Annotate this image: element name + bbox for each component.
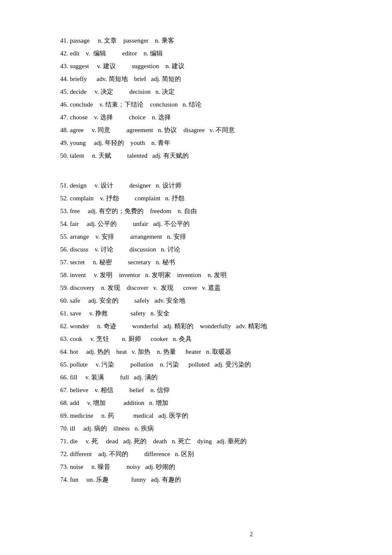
vocab-line: 52.complain v. 抒怨 complaint n. 抒怨 <box>55 192 337 205</box>
line-number: 54. <box>55 217 68 230</box>
line-number: 49. <box>55 136 68 149</box>
line-number: 55. <box>55 230 68 243</box>
line-number: 71. <box>55 435 68 448</box>
vocab-line: 50.talent n. 天赋 talented adj. 有天赋的 <box>55 149 337 162</box>
line-content: arrange v. 安排 arrangement n. 安排 <box>70 233 186 240</box>
vocab-line: 41.passage n. 文章 passenger n. 乘客 <box>55 34 337 47</box>
vocab-line: 49.young adj. 年轻的 youth n. 青年 <box>55 136 337 149</box>
line-content: believe v. 相信 belief n. 信仰 <box>70 387 170 393</box>
vocab-line: 64.hot adj. 热的 heat v. 加热 n. 热量 heater n… <box>55 345 337 358</box>
vocab-line: 60.safe adj. 安全的 safely adv. 安全地 <box>55 294 337 307</box>
vocab-line: 71.die v. 死 dead adj. 死的 death n. 死亡 dyi… <box>55 435 337 448</box>
vocab-line: 42.edit v. 编辑 editor n. 编辑 <box>55 47 337 60</box>
line-content: complain v. 抒怨 complaint n. 抒怨 <box>70 195 184 202</box>
vocab-line: 58.invent v. 发明 inventor n. 发明家 inventio… <box>55 269 337 281</box>
vocab-line: 69.medicine n. 药 medical adj. 医学的 <box>55 409 337 422</box>
vocab-line: 61.save v. 挣救 safety n. 安全 <box>55 307 337 320</box>
line-number: 42. <box>55 47 68 60</box>
vocab-line: 46.conclude v. 结束；下结论 conclusion n. 结论 <box>55 98 337 111</box>
line-number: 72. <box>55 448 68 460</box>
vocab-line: 67.believe v. 相信 belief n. 信仰 <box>55 384 337 396</box>
line-number: 50. <box>55 149 68 162</box>
line-number: 63. <box>55 332 68 345</box>
line-number: 74. <box>55 473 68 486</box>
line-number: 61. <box>55 307 68 320</box>
line-number: 56. <box>55 243 68 256</box>
line-content: save v. 挣救 safety n. 安全 <box>70 310 170 317</box>
vocab-line: 63.cook v. 烹饪 n. 厨师 cooker n. 灸具 <box>55 332 337 345</box>
line-content: hot adj. 热的 heat v. 加热 n. 热量 heater n. 取… <box>70 348 231 355</box>
line-number: 70. <box>55 422 68 435</box>
vocab-line: 45.decide v. 决定 decision n. 决定 <box>55 85 337 98</box>
vocab-line: 43.suggest v. 建议 suggestion n. 建议 <box>55 60 337 72</box>
page: 41.passage n. 文章 passenger n. 乘客42.edit … <box>0 0 392 537</box>
line-content: fun un. 乐趣 funny adj. 有趣的 <box>70 476 181 483</box>
vocab-section-1: 41.passage n. 文章 passenger n. 乘客42.edit … <box>55 34 337 162</box>
line-number: 46. <box>55 98 68 111</box>
line-content: secret n. 秘密 secretary n. 秘书 <box>70 259 175 266</box>
line-content: cook v. 烹饪 n. 厨师 cooker n. 灸具 <box>70 335 192 342</box>
line-number: 68. <box>55 396 68 409</box>
line-content: briefly adv. 简短地 brief adj. 简短的 <box>70 75 181 82</box>
line-content: decide v. 决定 decision n. 决定 <box>70 88 175 95</box>
line-content: wonder n. 奇迹 wonderful adj. 精彩的 wonderfu… <box>70 323 267 330</box>
line-content: discuss v. 讨论 discussion n. 讨论 <box>70 246 180 253</box>
vocab-line: 44.briefly adv. 简短地 brief adj. 简短的 <box>55 72 337 85</box>
vocab-line: 65.pollute v. 污染 pollution n. 污染 pollute… <box>55 358 337 371</box>
line-number: 47. <box>55 111 68 124</box>
line-number: 65. <box>55 358 68 371</box>
line-number: 64. <box>55 345 68 358</box>
vocab-line: 56.discuss v. 讨论 discussion n. 讨论 <box>55 243 337 256</box>
page-number: 2 <box>55 531 392 538</box>
line-content: suggest v. 建议 suggestion n. 建议 <box>70 63 184 69</box>
line-content: pollute v. 污染 pollution n. 污染 polluted a… <box>70 361 251 368</box>
vocab-section-2: 51.design v. 设计 designer n. 设计师52.compla… <box>55 179 337 486</box>
line-content: passage n. 文章 passenger n. 乘客 <box>70 37 174 44</box>
vocab-line: 68.add v. 增加 addition n. 增加 <box>55 396 337 409</box>
line-number: 60. <box>55 294 68 307</box>
line-number: 73. <box>55 460 68 473</box>
line-content: edit v. 编辑 editor n. 编辑 <box>70 50 163 57</box>
vocab-line: 73.noise n. 噪音 noisy adj. 吵闹的 <box>55 460 337 473</box>
line-content: ill adj. 病的 illness n. 疾病 <box>70 425 154 432</box>
line-content: medicine n. 药 medical adj. 医学的 <box>70 412 188 419</box>
line-content: choose v. 选择 choice n. 选择 <box>70 114 171 121</box>
vocab-line: 72.different adj. 不同的 difference n. 区别 <box>55 448 337 460</box>
vocab-line: 47.choose v. 选择 choice n. 选择 <box>55 111 337 124</box>
vocab-line: 51.design v. 设计 designer n. 设计师 <box>55 179 337 192</box>
line-content: noise n. 噪音 noisy adj. 吵闹的 <box>70 463 176 470</box>
line-content: fill v. 装满 full adj. 满的 <box>70 374 158 381</box>
line-content: die v. 死 dead adj. 死的 death n. 死亡 dying … <box>70 438 247 445</box>
line-content: agree v. 同意 agreement n. 协议 disagree v. … <box>70 127 235 133</box>
line-number: 43. <box>55 60 68 72</box>
line-number: 57. <box>55 256 68 269</box>
line-number: 48. <box>55 124 68 136</box>
line-content: safe adj. 安全的 safely adv. 安全地 <box>70 297 185 304</box>
line-content: fair adj. 公平的 unfair adj. 不公平的 <box>70 220 190 227</box>
line-number: 45. <box>55 85 68 98</box>
line-content: young adj. 年轻的 youth n. 青年 <box>70 139 170 146</box>
line-content: design v. 设计 designer n. 设计师 <box>70 182 182 189</box>
line-number: 66. <box>55 371 68 384</box>
line-content: talent n. 天赋 talented adj. 有天赋的 <box>70 152 189 159</box>
line-number: 62. <box>55 320 68 332</box>
vocab-line: 48.agree v. 同意 agreement n. 协议 disagree … <box>55 124 337 136</box>
line-number: 51. <box>55 179 68 192</box>
vocab-line: 54.fair adj. 公平的 unfair adj. 不公平的 <box>55 217 337 230</box>
line-content: discovery n. 发现 discover v. 发现 cover v. … <box>70 284 221 291</box>
line-content: free adj. 有空的；免费的 freedom n. 自由 <box>70 208 197 214</box>
line-number: 53. <box>55 205 68 217</box>
line-number: 44. <box>55 72 68 85</box>
line-number: 58. <box>55 269 68 281</box>
vocab-line: 66.fill v. 装满 full adj. 满的 <box>55 371 337 384</box>
vocab-line: 59.discovery n. 发现 discover v. 发现 cover … <box>55 281 337 294</box>
line-content: different adj. 不同的 difference n. 区别 <box>70 451 194 457</box>
line-number: 52. <box>55 192 68 205</box>
vocab-line: 62.wonder n. 奇迹 wonderful adj. 精彩的 wonde… <box>55 320 337 332</box>
line-content: conclude v. 结束；下结论 conclusion n. 结论 <box>70 101 202 108</box>
line-number: 69. <box>55 409 68 422</box>
vocab-line: 53.free adj. 有空的；免费的 freedom n. 自由 <box>55 205 337 217</box>
vocab-line: 55.arrange v. 安排 arrangement n. 安排 <box>55 230 337 243</box>
vocab-line: 74.fun un. 乐趣 funny adj. 有趣的 <box>55 473 337 486</box>
vocab-line: 57.secret n. 秘密 secretary n. 秘书 <box>55 256 337 269</box>
